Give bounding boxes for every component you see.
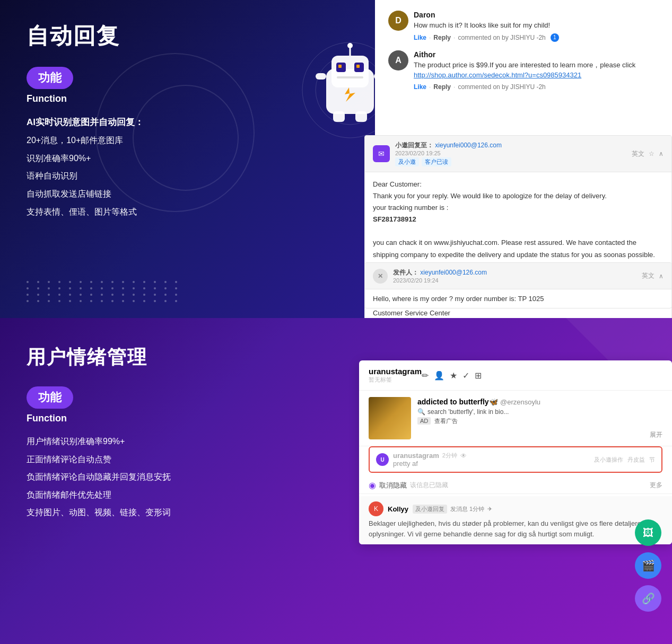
ig-comment-text-area: uranustagram 2分钟 👁 pretty af xyxy=(393,452,590,467)
ig-highlighted-comment: U uranustagram 2分钟 👁 pretty af 及小邀操作 丹皮益… xyxy=(369,446,662,473)
ig-hidden-row: ◉ 取消隐藏 该信息已隐藏 更多 xyxy=(359,477,672,494)
email-header-1: ✉ 小邀回复至： xieyunfei000@126.com 2023/02/20… xyxy=(365,136,671,172)
ig-hidden-sub-text: 该信息已隐藏 xyxy=(410,481,448,490)
bottom-feature-5: 支持图片、动图、视频、链接、变形词 xyxy=(27,506,255,519)
ig-edit-icon[interactable]: ✏ xyxy=(422,370,429,381)
ig-reply-author: Kollyy xyxy=(388,505,408,513)
bottom-section: 用户情绪管理 功能 Function 用户情绪识别准确率99%+ 正面情绪评论自… xyxy=(0,318,672,644)
ig-comment-eye-icon: 👁 xyxy=(460,452,467,460)
top-right-panel: Hi, how can I help you? D Daron How much… xyxy=(276,0,672,318)
dots-pattern: // Generate 60 dots for(let i=0;i<60;i++… xyxy=(27,281,181,302)
ig-unhide-icon[interactable]: ◉ xyxy=(369,480,376,490)
bottom-function-en: Function xyxy=(27,413,255,424)
email-time-1: 2023/02/20 19:25 xyxy=(395,150,626,156)
fb-comment-actions-daron: Like · Reply · commented on by JISHIYU -… xyxy=(414,33,659,42)
ig-header-icons: ✏ 👤 ★ ✓ ⊞ xyxy=(422,370,482,381)
ig-post-username: addicted to butterfly🦋 xyxy=(417,398,498,406)
fb-like-btn-aithor[interactable]: Like xyxy=(414,83,426,91)
svg-rect-14 xyxy=(333,111,345,122)
fb-reply-btn-aithor[interactable]: Reply xyxy=(433,83,451,91)
svg-rect-6 xyxy=(338,65,342,68)
email-tag-reply: 及小邀 xyxy=(395,157,419,166)
fb-comment-aithor: A Aithor The product price is $99.If you… xyxy=(388,50,659,91)
fb-comment-link[interactable]: http://shop.author.com/sedecok.html?u=cs… xyxy=(414,71,581,79)
ig-user-icon[interactable]: 👤 xyxy=(434,370,444,381)
email-line-4: you can chack it on www.jishiyuchat.com.… xyxy=(373,237,664,260)
email-from-line: 小邀回复至： xieyunfei000@126.com xyxy=(395,141,626,150)
bottom-function-label-container: 功能 xyxy=(27,386,77,409)
email-header-2: ✕ 发件人： xieyunfei000@126.com 2023/02/20 1… xyxy=(365,263,671,289)
email-address-1: xieyunfei000@126.com xyxy=(435,142,502,149)
ig-header: uranustagram 暂无标签 ✏ 👤 ★ ✓ ⊞ xyxy=(359,360,672,391)
email-icon-star: ☆ xyxy=(649,150,654,157)
ig-expand-btn[interactable]: 展开 xyxy=(650,430,662,439)
float-link-btn[interactable]: 🔗 xyxy=(635,585,661,612)
bottom-section-title: 用户情绪管理 xyxy=(27,345,255,370)
svg-rect-15 xyxy=(355,111,367,122)
email-actions-1: 英文 ☆ ∧ xyxy=(632,149,664,158)
ig-post: addicted to butterfly🦋 @erzensoylu 🔍 sea… xyxy=(359,391,672,446)
ig-action-edit[interactable]: 丹皮益 xyxy=(627,456,645,464)
email-chevron-up[interactable]: ∧ xyxy=(659,150,664,157)
ig-search-text: search 'butterfly', link in bio... xyxy=(427,408,509,416)
function-bubble: 功能 xyxy=(27,67,73,89)
email-from-label: 小邀回复至： xyxy=(395,142,433,149)
ig-post-user-line: addicted to butterfly🦋 @erzensoylu xyxy=(417,397,643,407)
fb-author-daron: Daron xyxy=(414,11,659,19)
fb-comment-body-aithor: Aithor The product price is $99.If you a… xyxy=(414,50,659,91)
bottom-function-bubble: 功能 xyxy=(27,386,73,409)
feature-heading: AI实时识别意图并自动回复： xyxy=(27,115,255,129)
email-meta-1: 小邀回复至： xieyunfei000@126.com 2023/02/20 1… xyxy=(395,141,626,166)
float-video-btn[interactable]: 🎬 xyxy=(635,552,661,579)
fb-meta-daron: commented on by JISHIYU -2h xyxy=(458,34,545,41)
top-left-panel: 自动回复 功能 Function AI实时识别意图并自动回复： 20+消息，10… xyxy=(0,0,276,318)
svg-rect-12 xyxy=(316,73,326,80)
email-tags-1: 及小邀 客户已读 xyxy=(395,157,626,166)
ig-more-text[interactable]: 更多 xyxy=(650,481,662,490)
fb-reply-btn-daron[interactable]: Reply xyxy=(433,34,451,41)
ig-action-small-op[interactable]: 及小邀操作 xyxy=(594,456,623,464)
email-panel-2: ✕ 发件人： xieyunfei000@126.com 2023/02/20 1… xyxy=(364,262,672,308)
svg-rect-10 xyxy=(337,76,363,78)
ig-reply-avatar: K xyxy=(369,501,383,516)
fb-like-btn-daron[interactable]: Like xyxy=(414,34,426,41)
fb-comment-text-aithor: The product price is $99.If you are inte… xyxy=(414,60,659,81)
email-csc: Customer Service Center xyxy=(373,307,664,318)
fb-author-aithor: Aithor xyxy=(414,50,659,59)
ig-grid-icon[interactable]: ⊞ xyxy=(475,370,482,381)
function-en: Function xyxy=(27,93,255,104)
ig-comment-username: uranustagram xyxy=(393,452,439,460)
feature-item-1: 20+消息，10+邮件意图库 xyxy=(27,134,255,147)
ig-reply-send-icon: ✈ xyxy=(487,506,492,513)
ig-username: uranustagram xyxy=(369,367,422,376)
feature-item-2: 识别准确率90%+ xyxy=(27,152,255,165)
bottom-feature-3: 负面情绪评论自动隐藏并回复消息安抚 xyxy=(27,470,255,484)
floating-buttons: 🖼 🎬 🔗 xyxy=(635,519,661,612)
feature-item-4: 自动抓取发送店铺链接 xyxy=(27,187,255,201)
ig-star-icon[interactable]: ★ xyxy=(450,370,457,381)
ig-ad-text[interactable]: 查看广告 xyxy=(434,418,458,424)
email-line-3: your tracking number is : xyxy=(373,202,664,214)
top-section-title: 自动回复 xyxy=(27,21,255,51)
fb-comment-actions-aithor: Like · Reply · commented on by JISHIYU -… xyxy=(414,83,659,91)
email-chevron-up-2[interactable]: ∧ xyxy=(659,272,664,280)
ig-hidden-toggle-text[interactable]: 取消隐藏 xyxy=(379,481,407,490)
ig-action-more[interactable]: 节 xyxy=(649,456,655,464)
function-label-container: 功能 xyxy=(27,67,77,89)
bottom-feature-2: 正面情绪评论自动点赞 xyxy=(27,453,255,466)
ig-check-icon[interactable]: ✓ xyxy=(462,370,469,381)
ig-comment-pretty-text: pretty af xyxy=(393,460,590,467)
float-image-btn[interactable]: 🖼 xyxy=(635,519,661,546)
email-time-2: 2023/02/20 19:24 xyxy=(393,277,636,284)
email-tracking: SF281738912 xyxy=(373,214,664,225)
feature-list: AI实时识别意图并自动回复： 20+消息，10+邮件意图库 识别准确率90%+ … xyxy=(27,115,255,218)
ig-post-body: addicted to butterfly🦋 @erzensoylu 🔍 sea… xyxy=(417,397,643,439)
fb-comment-body-daron: Daron How much is it? It looks like suit… xyxy=(414,11,659,42)
top-section: 自动回复 功能 Function AI实时识别意图并自动回复： 20+消息，10… xyxy=(0,0,672,318)
ig-comment-action-btns: 及小邀操作 丹皮益 节 xyxy=(594,456,655,464)
ig-reply-meta: 及小邀回复 发消息 1分钟 ✈ xyxy=(413,505,492,514)
email-icon-1: ✉ xyxy=(373,145,390,162)
bottom-feature-4: 负面情绪邮件优先处理 xyxy=(27,488,255,502)
email-actions-2: 英文 ∧ xyxy=(642,271,664,280)
fb-meta-aithor: commented on by JISHIYU -2h xyxy=(458,83,545,91)
